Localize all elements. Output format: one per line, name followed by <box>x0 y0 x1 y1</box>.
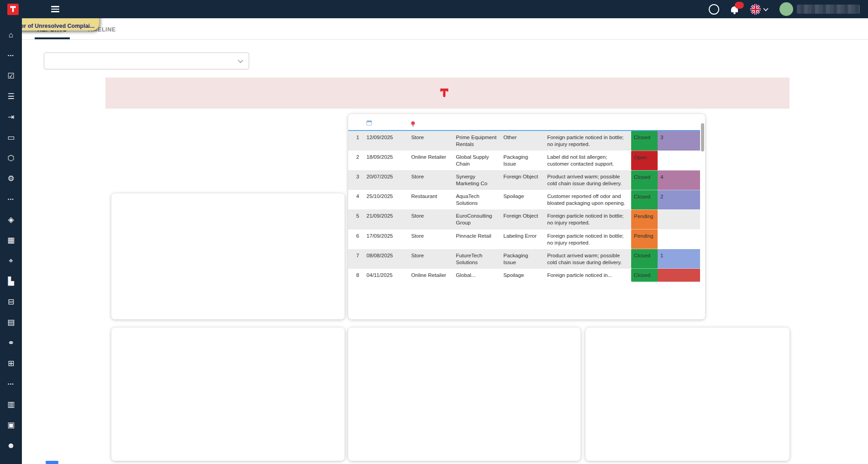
user-name-masked <box>797 5 860 14</box>
sidebar-item-icon: ◈ <box>8 215 14 224</box>
sidebar-item-icon: ☑ <box>7 71 14 81</box>
tab-bar: REPORTSTIMELINE <box>22 18 868 40</box>
chevron-down-icon <box>763 6 768 11</box>
status-badge: Closed <box>631 190 658 209</box>
status-badge: Pending <box>631 209 658 229</box>
report-selector-dropdown[interactable] <box>44 52 249 69</box>
chevron-down-icon <box>238 57 243 63</box>
sidebar-item[interactable]: ▙ <box>0 271 22 292</box>
col-status[interactable] <box>631 114 658 130</box>
sidebar-item[interactable]: ◈ <box>0 209 22 230</box>
sidebar-item-icon: ⊞ <box>8 359 14 368</box>
table-row[interactable]: 1 12/09/2025 Store Prime Equipment Renta… <box>348 130 700 151</box>
sidebar-item-icon: ▭ <box>7 133 15 142</box>
col-date-received[interactable] <box>364 114 408 130</box>
sidebar-item[interactable]: ☑ <box>0 66 22 86</box>
user-menu[interactable] <box>779 2 860 16</box>
donut-chart[interactable] <box>154 358 233 436</box>
language-selector[interactable] <box>750 4 768 15</box>
sidebar-item[interactable]: ☻ <box>0 435 22 456</box>
status-badge: Closed <box>631 269 658 282</box>
sidebar-item-icon: ☻ <box>7 441 15 450</box>
table-row[interactable]: 3 20/07/2025 Store Synergy Marketing Co … <box>348 170 700 190</box>
report-banner <box>105 78 790 109</box>
status-badge: Closed <box>631 130 658 151</box>
trend-chart-card <box>348 328 580 461</box>
complaints-table-card: 1 12/09/2025 Store Prime Equipment Renta… <box>348 114 705 319</box>
calendar-icon <box>366 120 372 125</box>
sidebar-item-icon: ••• <box>8 382 14 386</box>
resolution-days-cell: 3 <box>658 130 700 151</box>
col-nature[interactable] <box>501 114 544 130</box>
table-row[interactable]: 7 08/08/2025 Store FutureTech Solutions … <box>348 249 700 269</box>
sidebar-item-icon: ••• <box>8 197 14 202</box>
tekmon-logo-icon <box>439 88 449 99</box>
bar-chart-card <box>111 193 345 319</box>
table-scrollbar-thumb[interactable] <box>701 123 704 151</box>
sidebar-item-icon: ⌖ <box>9 256 13 266</box>
table-row[interactable]: 6 17/09/2025 Store Pinnacle Retail Label… <box>348 229 700 249</box>
sidebar-item-icon: ▦ <box>7 235 15 245</box>
table-row[interactable]: 5 21/09/2025 Store EuroConsulting Group … <box>348 209 700 229</box>
avatar <box>779 2 793 16</box>
sidebar-item-icon: ⚭ <box>8 338 14 348</box>
table-row[interactable]: 2 18/09/2025 Online Retailer Global Supp… <box>348 151 700 170</box>
sidebar-item[interactable]: ••• <box>0 45 22 66</box>
sidebar-item[interactable]: ••• <box>0 374 22 394</box>
uk-flag-icon <box>750 4 761 15</box>
sidebar-item-icon: ⌂ <box>9 31 13 40</box>
notifications-bell-icon[interactable] <box>731 6 738 12</box>
sidebar-item[interactable]: ⚙ <box>0 168 22 189</box>
menu-icon[interactable] <box>51 6 59 12</box>
table-row[interactable]: 4 25/10/2025 Restaurant AquaTech Solutio… <box>348 190 700 209</box>
sidebar-item-icon: ▤ <box>7 318 15 327</box>
sidebar-item[interactable]: ⊞ <box>0 353 22 374</box>
resolution-days-cell: 1 <box>658 249 700 269</box>
help-icon[interactable] <box>709 4 719 15</box>
sidebar-item[interactable]: ▦ <box>0 230 22 250</box>
col-location[interactable] <box>408 114 453 130</box>
resolution-days-cell <box>658 209 700 229</box>
page: ⌂ ••• ☑ ☰ ⇥ ▭ ⬡ ⚙ ••• ◈ ▦ ⌖ <box>0 0 868 464</box>
col-narrative[interactable] <box>544 114 631 130</box>
sidebar-item[interactable]: ••• <box>0 189 22 209</box>
resolution-days-cell <box>658 269 700 282</box>
sidebar-item[interactable]: ⊟ <box>0 292 22 312</box>
sidebar-item-icon: ••• <box>8 53 14 58</box>
sidebar-item-icon: ▥ <box>7 400 15 409</box>
table-header-row <box>348 114 700 130</box>
pin-icon <box>411 121 415 125</box>
sidebar-item-icon: ▣ <box>7 420 15 430</box>
table-row[interactable]: 8 04/11/2025 Online Retailer Global... S… <box>348 269 700 282</box>
col-days[interactable] <box>658 114 700 130</box>
sidebar-item-icon: ⊟ <box>8 297 14 307</box>
sidebar-item[interactable]: ☰ <box>0 86 22 107</box>
topbar <box>0 0 868 18</box>
sidebar-item[interactable]: ⚭ <box>0 333 22 353</box>
tekmon-logo-icon[interactable] <box>7 4 19 15</box>
sidebar-item[interactable]: ⇥ <box>0 107 22 127</box>
sidebar-item[interactable]: ▭ <box>0 127 22 148</box>
status-badge: Open <box>631 151 658 170</box>
col-id[interactable] <box>348 114 364 130</box>
sidebar-item-icon: ⇥ <box>8 112 14 122</box>
sidebar-item[interactable]: ⬡ <box>0 148 22 168</box>
status-badge: Closed <box>631 170 658 190</box>
sidebar-item[interactable]: ⌂ <box>0 25 22 45</box>
sidebar-item-icon: ⬡ <box>8 153 15 163</box>
sidebar-item[interactable]: ⌖ <box>0 250 22 271</box>
sidebar-item-icon: ▙ <box>8 276 14 286</box>
trend-line-chart[interactable] <box>348 328 580 461</box>
complaints-table: 1 12/09/2025 Store Prime Equipment Renta… <box>348 114 700 282</box>
resolution-days-cell <box>658 229 700 249</box>
sidebar-item-icon: ☰ <box>7 92 14 101</box>
horizontal-scrollbar-thumb[interactable] <box>46 461 58 464</box>
sidebar-item[interactable]: ▣ <box>0 415 22 435</box>
resolution-days-cell: 2 <box>658 190 700 209</box>
gauge-chart-card <box>586 328 790 461</box>
sidebar-item[interactable]: ▥ <box>0 394 22 415</box>
sidebar-item[interactable]: ▤ <box>0 312 22 333</box>
resolution-days-cell <box>658 151 700 170</box>
col-customer[interactable] <box>453 114 501 130</box>
donut-chart-card <box>111 328 345 461</box>
